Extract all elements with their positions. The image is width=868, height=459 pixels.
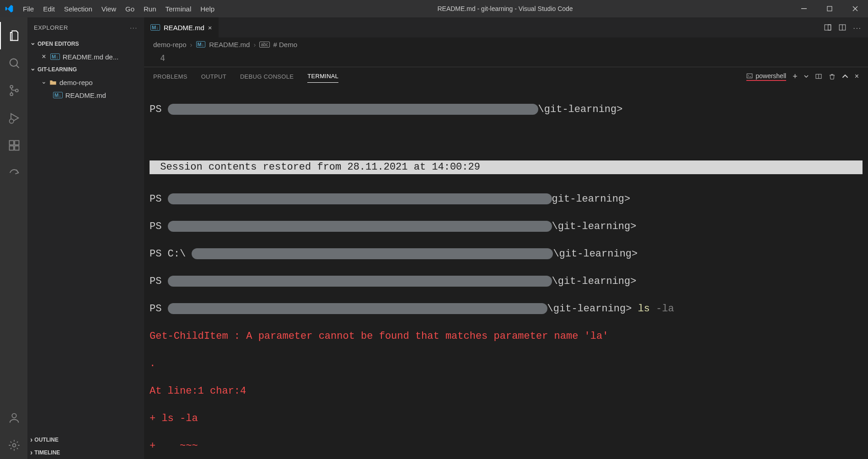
prompt-prefix: PS bbox=[150, 303, 161, 315]
prompt-prefix: PS bbox=[150, 276, 161, 287]
line-number: 4 bbox=[144, 51, 176, 63]
svg-rect-0 bbox=[801, 8, 807, 9]
menu-run[interactable]: Run bbox=[139, 1, 161, 16]
svg-rect-16 bbox=[825, 25, 831, 30]
more-icon[interactable]: ··· bbox=[130, 24, 138, 31]
kill-terminal-icon[interactable] bbox=[829, 73, 836, 80]
run-debug-icon[interactable] bbox=[0, 104, 27, 132]
close-window-button[interactable] bbox=[842, 0, 868, 17]
chevron-down-icon bbox=[30, 40, 36, 48]
svg-point-15 bbox=[13, 444, 16, 447]
svg-line-5 bbox=[16, 65, 19, 68]
prompt-suffix: \git-learning> bbox=[553, 248, 638, 260]
tab-debug-console[interactable]: DEBUG CONSOLE bbox=[240, 70, 294, 83]
prompt-prefix: PS bbox=[150, 104, 161, 115]
svg-rect-17 bbox=[828, 25, 831, 30]
open-editors-section[interactable]: OPEN EDITORS bbox=[27, 37, 144, 50]
chevron-right-icon bbox=[30, 436, 32, 444]
source-control-icon[interactable] bbox=[0, 77, 27, 104]
redacted-path bbox=[168, 303, 547, 314]
timeline-label: TIMELINE bbox=[34, 449, 60, 456]
svg-rect-12 bbox=[15, 146, 19, 150]
menu-edit[interactable]: Edit bbox=[38, 1, 59, 16]
terminal-dropdown-icon[interactable] bbox=[804, 74, 809, 79]
menu-terminal[interactable]: Terminal bbox=[161, 1, 196, 16]
tab-filename: README.md bbox=[164, 24, 204, 32]
svg-point-6 bbox=[10, 85, 13, 88]
workspace-label: GIT-LEARNING bbox=[38, 66, 77, 73]
terminal-shell-label[interactable]: powershell bbox=[746, 72, 786, 81]
command: ls bbox=[638, 303, 650, 315]
tab-readme[interactable]: M↓ README.md × bbox=[144, 17, 219, 37]
open-editor-item[interactable]: × M↓ README.md de... bbox=[27, 50, 144, 63]
search-icon[interactable] bbox=[0, 49, 27, 77]
markdown-file-icon: M↓ bbox=[150, 24, 160, 31]
markdown-file-icon: M↓ bbox=[53, 92, 63, 98]
breadcrumb-folder[interactable]: demo-repo bbox=[153, 41, 187, 48]
breadcrumb-symbol[interactable]: # Demo bbox=[273, 41, 298, 48]
svg-point-9 bbox=[10, 119, 14, 123]
error-line: . bbox=[150, 357, 863, 371]
explorer-icon[interactable] bbox=[0, 22, 27, 49]
maximize-panel-icon[interactable] bbox=[842, 73, 848, 80]
breadcrumb[interactable]: demo-repo › M↓ README.md › abc # Demo bbox=[144, 37, 868, 51]
menu-help[interactable]: Help bbox=[196, 1, 219, 16]
accounts-icon[interactable] bbox=[0, 404, 27, 432]
close-tab-icon[interactable]: × bbox=[208, 24, 212, 32]
error-line: + ~~~ bbox=[150, 439, 863, 453]
chevron-right-icon bbox=[30, 448, 32, 457]
menu-selection[interactable]: Selection bbox=[59, 1, 97, 16]
redacted-path bbox=[168, 104, 538, 115]
chevron-down-icon bbox=[41, 79, 47, 86]
settings-icon[interactable] bbox=[0, 432, 27, 459]
tab-output[interactable]: OUTPUT bbox=[201, 70, 226, 83]
tab-problems[interactable]: PROBLEMS bbox=[153, 70, 188, 83]
split-editor-icon[interactable] bbox=[838, 23, 847, 32]
preview-icon[interactable] bbox=[824, 23, 832, 32]
terminal-actions: powershell + × bbox=[746, 72, 859, 81]
tab-bar: M↓ README.md × ··· bbox=[144, 17, 868, 37]
menu-bar: File Edit Selection View Go Run Terminal… bbox=[18, 1, 219, 16]
svg-point-4 bbox=[10, 59, 17, 66]
svg-rect-11 bbox=[10, 146, 14, 150]
minimize-button[interactable] bbox=[791, 0, 817, 17]
outline-section[interactable]: OUTLINE bbox=[27, 433, 144, 446]
window-title: README.md - git-learning - Visual Studio… bbox=[219, 5, 791, 12]
workspace-section[interactable]: GIT-LEARNING bbox=[27, 63, 144, 76]
maximize-button[interactable] bbox=[817, 0, 842, 17]
prompt-suffix: \git-learning> bbox=[547, 303, 632, 315]
svg-point-8 bbox=[16, 89, 18, 92]
editor-body[interactable]: 4 bbox=[144, 51, 868, 67]
chevron-right-icon: › bbox=[190, 41, 193, 48]
svg-point-14 bbox=[12, 414, 16, 418]
extensions-icon[interactable] bbox=[0, 132, 27, 159]
markdown-file-icon: M↓ bbox=[50, 53, 60, 60]
window-controls bbox=[791, 0, 868, 17]
split-terminal-icon[interactable] bbox=[815, 73, 822, 80]
breadcrumb-file[interactable]: README.md bbox=[209, 41, 250, 48]
tab-terminal[interactable]: TERMINAL bbox=[307, 70, 338, 83]
outline-label: OUTLINE bbox=[34, 437, 59, 443]
timeline-section[interactable]: TIMELINE bbox=[27, 446, 144, 459]
more-icon[interactable]: ··· bbox=[853, 24, 862, 32]
sidebar: EXPLORER ··· OPEN EDITORS × M↓ README.md… bbox=[27, 17, 144, 459]
svg-rect-1 bbox=[827, 6, 832, 11]
menu-file[interactable]: File bbox=[18, 1, 38, 16]
editor-area: M↓ README.md × ··· demo-repo › M↓ README… bbox=[144, 17, 868, 459]
chevron-right-icon: › bbox=[253, 41, 256, 48]
terminal-content[interactable]: PS \git-learning> Session contents resto… bbox=[144, 85, 868, 459]
menu-go[interactable]: Go bbox=[121, 1, 139, 16]
sidebar-title-text: EXPLORER bbox=[34, 24, 68, 31]
close-panel-icon[interactable]: × bbox=[855, 72, 859, 80]
prompt-suffix: git-learning> bbox=[552, 193, 631, 205]
symbol-icon: abc bbox=[259, 42, 269, 48]
folder-item[interactable]: demo-repo bbox=[27, 76, 144, 89]
file-item[interactable]: M↓ README.md bbox=[27, 89, 144, 101]
new-terminal-icon[interactable]: + bbox=[793, 72, 798, 81]
share-icon[interactable] bbox=[0, 159, 27, 187]
folder-icon bbox=[49, 79, 57, 85]
redacted-path bbox=[192, 248, 553, 259]
error-line: Get-ChildItem : A parameter cannot be fo… bbox=[150, 330, 863, 343]
close-icon[interactable]: × bbox=[40, 53, 48, 61]
menu-view[interactable]: View bbox=[97, 1, 121, 16]
